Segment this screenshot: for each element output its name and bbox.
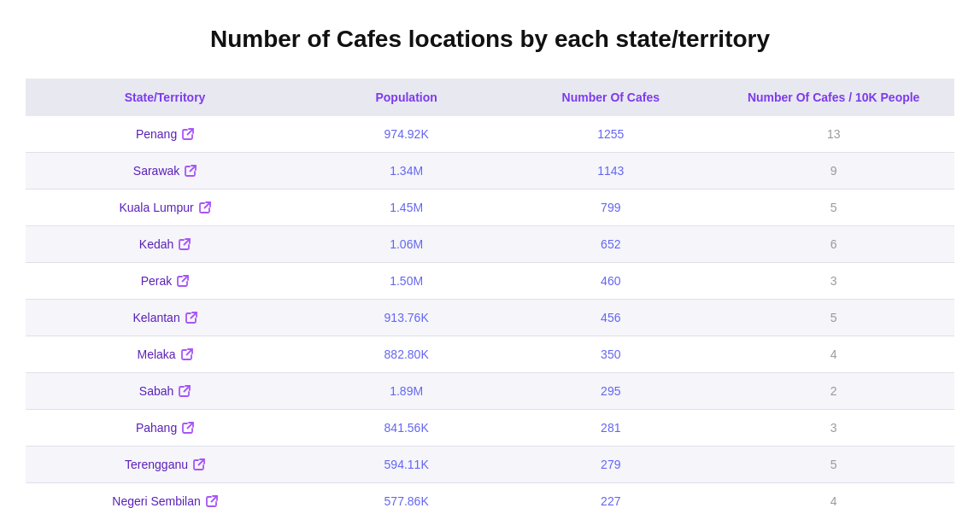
table-row: Kedah 1.06M6526 [26, 226, 954, 263]
table-row: Perak 1.50M4603 [26, 263, 954, 300]
state-name: Kelantan [132, 311, 179, 324]
svg-line-10 [211, 496, 217, 502]
svg-line-4 [183, 276, 189, 282]
table-row: Kelantan 913.76K4565 [26, 300, 954, 336]
svg-line-9 [199, 459, 205, 465]
state-cell: Melaka [26, 336, 304, 373]
population-value: 882.80K [304, 336, 508, 373]
state-cell: Kelantan [26, 300, 304, 336]
state-name: Terengganu [125, 458, 188, 471]
col-header-cafes: Number Of Cafes [508, 79, 713, 116]
cafes-value: 799 [508, 190, 713, 226]
state-name: Kuala Lumpur [119, 201, 193, 214]
external-link-icon[interactable] [185, 165, 197, 177]
cafes-value: 652 [508, 226, 713, 263]
cafes-value: 1143 [508, 153, 713, 190]
cafes-rate-value: 4 [713, 336, 954, 373]
external-link-icon[interactable] [179, 238, 191, 250]
col-header-population: Population [304, 79, 508, 116]
state-cell: Perak [26, 263, 304, 300]
col-header-state: State/Territory [26, 79, 304, 116]
svg-line-0 [188, 129, 194, 135]
state-cell: Sarawak [26, 153, 304, 190]
state-cell: Kedah [26, 226, 304, 263]
external-link-icon[interactable] [206, 495, 218, 507]
state-name: Kedah [139, 237, 173, 251]
cafes-rate-value: 3 [713, 263, 954, 300]
state-cell: Negeri Sembilan [26, 483, 304, 509]
state-cell: Terengganu [26, 447, 304, 483]
state-cell: Sabah [26, 373, 304, 410]
cafes-value: 295 [508, 373, 713, 410]
data-table: State/Territory Population Number Of Caf… [26, 79, 954, 508]
cafes-value: 350 [508, 336, 713, 373]
cafes-rate-value: 2 [713, 373, 954, 410]
population-value: 594.11K [304, 447, 508, 483]
population-value: 1.89M [304, 373, 508, 410]
state-name: Melaka [137, 347, 175, 361]
cafes-value: 281 [508, 410, 713, 447]
external-link-icon[interactable] [199, 201, 211, 213]
state-name: Perak [141, 274, 173, 288]
table-header-row: State/Territory Population Number Of Caf… [26, 79, 954, 116]
external-link-icon[interactable] [182, 128, 194, 140]
svg-line-5 [191, 312, 197, 318]
page-container: Number of Cafes locations by each state/… [0, 0, 980, 508]
external-link-icon[interactable] [185, 312, 197, 324]
table-body: Penang 974.92K125513Sarawak 1.34M11439Ku… [26, 116, 954, 508]
cafes-rate-value: 3 [713, 410, 954, 447]
population-value: 841.56K [304, 410, 508, 447]
cafes-rate-value: 4 [713, 483, 954, 509]
state-cell: Pahang [26, 410, 304, 447]
table-row: Penang 974.92K125513 [26, 116, 954, 153]
cafes-value: 1255 [508, 116, 713, 153]
table-row: Sarawak 1.34M11439 [26, 153, 954, 190]
external-link-icon[interactable] [182, 422, 194, 434]
svg-line-1 [191, 166, 197, 172]
table-row: Terengganu 594.11K2795 [26, 447, 954, 483]
table-row: Pahang 841.56K2813 [26, 410, 954, 447]
table-row: Kuala Lumpur 1.45M7995 [26, 190, 954, 226]
state-name: Penang [136, 127, 177, 141]
svg-line-6 [186, 349, 192, 355]
population-value: 974.92K [304, 116, 508, 153]
external-link-icon[interactable] [193, 458, 205, 470]
state-name: Pahang [136, 421, 177, 435]
page-title: Number of Cafes locations by each state/… [26, 26, 954, 53]
population-value: 1.34M [304, 153, 508, 190]
svg-line-7 [185, 386, 191, 392]
svg-line-3 [185, 239, 191, 245]
cafes-rate-value: 5 [713, 190, 954, 226]
cafes-rate-value: 13 [713, 116, 954, 153]
population-value: 913.76K [304, 300, 508, 336]
state-name: Sarawak [133, 164, 179, 178]
table-row: Melaka 882.80K3504 [26, 336, 954, 373]
cafes-rate-value: 6 [713, 226, 954, 263]
table-row: Sabah 1.89M2952 [26, 373, 954, 410]
cafes-rate-value: 5 [713, 447, 954, 483]
population-value: 1.50M [304, 263, 508, 300]
svg-line-8 [188, 423, 194, 429]
population-value: 1.06M [304, 226, 508, 263]
cafes-value: 279 [508, 447, 713, 483]
state-name: Negeri Sembilan [112, 494, 201, 508]
cafes-rate-value: 5 [713, 300, 954, 336]
external-link-icon[interactable] [181, 348, 193, 360]
population-value: 1.45M [304, 190, 508, 226]
state-cell: Penang [26, 116, 304, 153]
cafes-value: 456 [508, 300, 713, 336]
state-name: Sabah [139, 384, 173, 398]
external-link-icon[interactable] [177, 275, 189, 287]
col-header-rate: Number Of Cafes / 10K People [713, 79, 954, 116]
svg-line-2 [204, 202, 210, 208]
state-cell: Kuala Lumpur [26, 190, 304, 226]
cafes-rate-value: 9 [713, 153, 954, 190]
table-row: Negeri Sembilan 577.86K2274 [26, 483, 954, 509]
external-link-icon[interactable] [179, 385, 191, 397]
cafes-value: 460 [508, 263, 713, 300]
cafes-value: 227 [508, 483, 713, 509]
population-value: 577.86K [304, 483, 508, 509]
